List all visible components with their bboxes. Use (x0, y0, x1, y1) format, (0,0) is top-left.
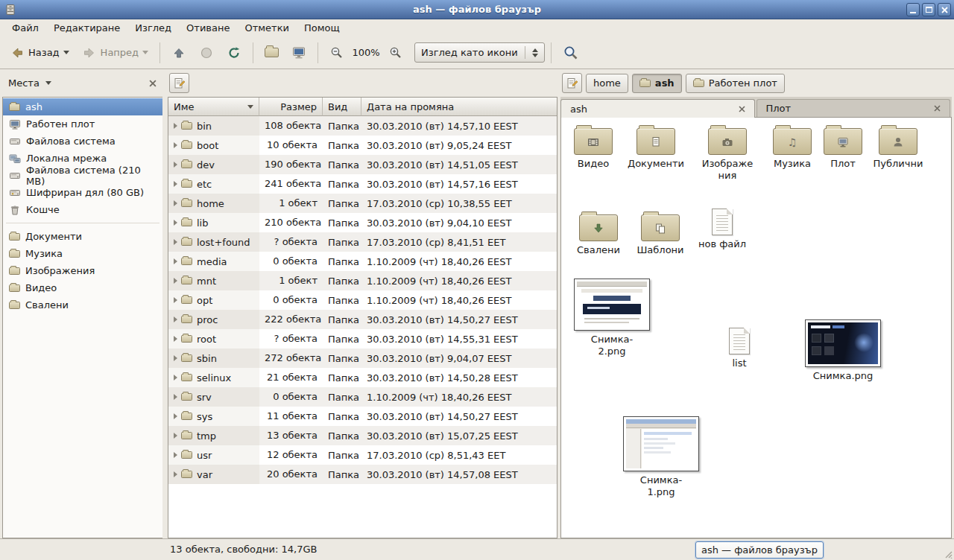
column-header-name[interactable]: Име (168, 98, 259, 116)
tab-plot-close-button[interactable] (934, 105, 941, 112)
icon-item-video[interactable]: Видео (566, 124, 621, 170)
sidebar-item-documents[interactable]: Документи (3, 228, 162, 245)
menu-help[interactable]: Помощ (297, 21, 347, 35)
tab-plot[interactable]: Плот (756, 99, 951, 117)
file-row-home[interactable]: home1 обектПапка17.03.2010 (ср) 10,38,55… (168, 194, 557, 213)
menu-bookmarks[interactable]: Отметки (237, 21, 296, 35)
expander-icon[interactable] (174, 200, 177, 206)
maximize-button[interactable] (922, 3, 935, 16)
file-row-etc[interactable]: etc241 обектаПапка30.03.2010 (вт) 14,57,… (168, 174, 557, 194)
file-row-boot[interactable]: boot10 обектаПапка30.03.2010 (вт) 9,05,2… (168, 136, 557, 155)
file-row-lost-found[interactable]: lost+found? обектаПапка17.03.2010 (ср) 8… (168, 232, 557, 252)
icon-item-snimka-2[interactable]: Снимка-2.png (573, 279, 651, 358)
file-row-mnt[interactable]: mnt1 обектПапка1.10.2009 (чт) 18,40,26 E… (168, 271, 557, 290)
menu-view[interactable]: Изглед (127, 21, 179, 35)
sidebar-item-pictures[interactable]: Изображения (3, 262, 162, 279)
menu-file[interactable]: Файл (4, 21, 46, 35)
icon-item-public[interactable]: Публични (868, 124, 928, 170)
location-edit-toggle[interactable] (562, 73, 582, 93)
icon-item-desktop[interactable]: Плот (819, 124, 867, 170)
expander-icon[interactable] (174, 336, 177, 342)
expander-icon[interactable] (174, 239, 177, 245)
places-close-button[interactable] (149, 80, 157, 87)
sidebar-item-downloads[interactable]: Свалени (3, 296, 162, 314)
file-row-media[interactable]: media0 обектаПапка1.10.2009 (чт) 18,40,2… (168, 252, 557, 271)
expander-icon[interactable] (174, 123, 177, 129)
expander-icon[interactable] (174, 258, 177, 264)
reload-button[interactable] (221, 42, 247, 63)
file-row-proc[interactable]: proc222 обектаПапка30.03.2010 (вт) 14,50… (168, 310, 557, 329)
pathbar-ash[interactable]: ash (632, 74, 682, 93)
menu-go[interactable]: Отиване (179, 21, 237, 35)
sidebar-item-filesystem-210mb[interactable]: Файлова система (210 MB) (3, 167, 162, 184)
sidebar-item-home[interactable]: ash (3, 98, 162, 115)
expander-icon[interactable] (174, 433, 177, 439)
tab-ash-close-button[interactable] (739, 106, 745, 112)
column-header-date[interactable]: Дата на промяна (361, 98, 557, 116)
sidebar-item-music[interactable]: Музика (3, 245, 162, 262)
computer-button[interactable] (286, 42, 312, 63)
zoom-out-button[interactable] (324, 42, 349, 63)
file-row-sbin[interactable]: sbin272 обектаПапка30.03.2010 (вт) 9,04,… (168, 349, 557, 368)
expander-icon[interactable] (174, 394, 177, 400)
expander-icon[interactable] (174, 375, 177, 381)
icon-item-pictures[interactable]: Изображения (695, 124, 759, 182)
expander-icon[interactable] (174, 452, 177, 458)
expander-icon[interactable] (174, 316, 177, 322)
sidebar-item-desktop[interactable]: Работен плот (3, 115, 162, 133)
expander-icon[interactable] (174, 355, 177, 361)
file-row-tmp[interactable]: tmp13 обектаПапка30.03.2010 (вт) 15,07,2… (168, 426, 557, 445)
pane-splitter[interactable] (162, 69, 168, 538)
window-list-button[interactable]: ash — файлов браузър (695, 541, 824, 559)
back-button[interactable]: Назад (4, 42, 75, 63)
file-row-usr[interactable]: usr12 обектаПапка17.03.2010 (ср) 8,51,43… (168, 445, 557, 465)
resize-grip[interactable] (943, 549, 953, 559)
icon-item-new-file[interactable]: нов файл (695, 209, 749, 250)
file-row-sys[interactable]: sys11 обектаПапка30.03.2010 (вт) 14,50,2… (168, 407, 557, 426)
icon-item-downloads[interactable]: Свалени (569, 210, 628, 256)
places-selector[interactable]: Места (8, 77, 51, 89)
search-button[interactable] (557, 42, 584, 64)
tab-ash[interactable]: ash (560, 99, 755, 118)
view-mode-select[interactable]: Изглед като икони (414, 42, 545, 63)
file-row-root[interactable]: root? обектаПапка30.03.2010 (вт) 14,55,3… (168, 329, 557, 349)
expander-icon[interactable] (174, 297, 177, 303)
icon-item-music[interactable]: ♫ Музика (764, 124, 821, 170)
file-row-lib[interactable]: lib210 обектаПапка30.03.2010 (вт) 9,04,1… (168, 213, 557, 232)
expander-icon[interactable] (174, 142, 177, 148)
stop-button[interactable] (194, 42, 219, 63)
minimize-button[interactable] (906, 3, 920, 16)
location-edit-toggle[interactable] (169, 73, 189, 93)
icon-item-list[interactable]: list (713, 328, 765, 369)
icon-item-snimka[interactable]: Снимка.png (804, 319, 882, 382)
up-button[interactable] (166, 42, 192, 63)
expander-icon[interactable] (174, 162, 177, 168)
close-button[interactable] (938, 3, 951, 16)
sidebar-item-video[interactable]: Видео (3, 279, 162, 296)
titlebar[interactable]: ash — файлов браузър (0, 0, 954, 19)
file-row-var[interactable]: var20 обектаПапка30.03.2010 (вт) 14,57,0… (168, 465, 557, 484)
expander-icon[interactable] (174, 181, 177, 187)
sidebar-item-encrypted-80gb[interactable]: Шифриран дял (80 GB) (3, 184, 162, 201)
file-row-opt[interactable]: opt0 обектаПапка1.10.2009 (чт) 18,40,26 … (168, 290, 557, 310)
file-row-dev[interactable]: dev190 обектаПапка30.03.2010 (вт) 14,51,… (168, 155, 557, 174)
sidebar-item-trash[interactable]: Кошче (3, 201, 162, 218)
icon-item-snimka-1[interactable]: Снимка-1.png (622, 416, 700, 499)
sidebar-item-filesystem[interactable]: Файлова система (3, 133, 162, 150)
file-row-srv[interactable]: srv0 обектаПапка1.10.2009 (чт) 18,40,26 … (168, 387, 557, 407)
expander-icon[interactable] (174, 278, 177, 284)
pathbar-home[interactable]: home (586, 74, 628, 93)
icon-item-templates[interactable]: Шаблони (630, 210, 691, 256)
file-row-bin[interactable]: bin108 обектаПапка30.03.2010 (вт) 14,57,… (168, 116, 557, 136)
file-row-selinux[interactable]: selinux21 обектаПапка30.03.2010 (вт) 14,… (168, 368, 557, 387)
forward-button[interactable]: Напред (77, 42, 154, 63)
menu-edit[interactable]: Редактиране (46, 21, 127, 35)
icon-item-documents[interactable]: Документи (624, 124, 688, 170)
expander-icon[interactable] (174, 413, 177, 419)
zoom-in-button[interactable] (383, 42, 408, 63)
column-header-type[interactable]: Вид (323, 98, 361, 116)
expander-icon[interactable] (174, 471, 177, 477)
column-header-size[interactable]: Размер (259, 98, 323, 116)
home-button[interactable] (259, 45, 284, 60)
pathbar-desktop[interactable]: Работен плот (686, 74, 785, 93)
